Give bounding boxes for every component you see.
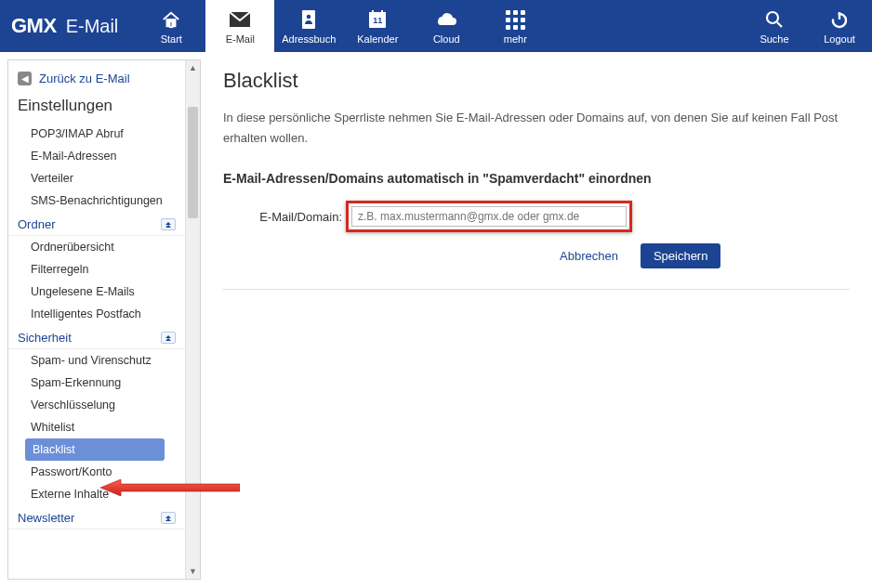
svg-rect-10	[381, 10, 383, 14]
sidebar-item-sms[interactable]: SMS-Benachrichtigungen	[8, 189, 185, 212]
svg-line-12	[777, 22, 782, 27]
collapse-icon	[161, 332, 176, 344]
calendar-day: 11	[367, 16, 388, 25]
mail-icon	[229, 7, 251, 32]
svg-point-11	[767, 12, 778, 23]
power-icon	[830, 7, 849, 32]
section-heading: E-Mail-Adressen/Domains automatisch in "…	[223, 171, 850, 186]
chevron-left-icon: ◀	[18, 72, 32, 85]
sidebar-item-filter[interactable]: Filterregeln	[8, 258, 185, 281]
sidebar-group-ordner[interactable]: Ordner	[8, 212, 185, 236]
input-highlight	[346, 201, 632, 232]
nav-right: Suche Logout	[742, 0, 872, 52]
sidebar-scrollbar[interactable]: ▲ ▼	[185, 60, 200, 579]
scroll-thumb[interactable]	[188, 107, 198, 218]
svg-rect-3	[300, 12, 302, 15]
email-domain-label: E-Mail/Domain:	[223, 210, 342, 224]
svg-rect-0	[170, 21, 173, 27]
cloud-icon	[434, 7, 458, 32]
back-label: Zurück zu E-Mail	[39, 72, 130, 85]
sidebar-item-spamdetect[interactable]: Spam-Erkennung	[8, 372, 185, 394]
nav-calendar[interactable]: 11 Kalender	[343, 0, 412, 52]
page-title: Blacklist	[223, 69, 850, 93]
sidebar-item-unread[interactable]: Ungelesene E-Mails	[8, 281, 185, 303]
sidebar-item-overview[interactable]: Ordnerübersicht	[8, 236, 185, 258]
nav-label: E-Mail	[226, 33, 255, 45]
save-button[interactable]: Speichern	[641, 243, 721, 268]
svg-rect-5	[300, 21, 302, 24]
svg-marker-15	[100, 479, 240, 496]
addressbook-icon	[298, 7, 319, 32]
collapse-icon	[161, 218, 176, 230]
nav-label: mehr	[504, 33, 527, 45]
form-actions: Abbrechen Speichern	[223, 243, 850, 268]
sidebar-item-pop3[interactable]: POP3/IMAP Abruf	[8, 123, 185, 145]
sidebar-group-newsletter[interactable]: Newsletter	[8, 505, 185, 529]
main-panel: Blacklist In diese persönliche Sperrlist…	[201, 52, 872, 588]
nav-label: Kalender	[357, 33, 398, 45]
group-label: Sicherheit	[18, 331, 72, 345]
nav-label: Adressbuch	[282, 33, 336, 45]
group-label: Ordner	[18, 217, 55, 231]
sidebar-item-addresses[interactable]: E-Mail-Adressen	[8, 145, 185, 167]
email-domain-input[interactable]	[351, 206, 627, 227]
cancel-button[interactable]: Abbrechen	[560, 249, 618, 263]
brand: GMX E-Mail	[0, 14, 133, 38]
search-icon	[765, 7, 784, 32]
nav-label: Suche	[760, 33, 788, 45]
nav-start[interactable]: Start	[137, 0, 205, 52]
brand-product: E-Mail	[66, 16, 119, 37]
sidebar-item-spamvirus[interactable]: Spam- und Virenschutz	[8, 349, 185, 372]
divider	[223, 289, 850, 290]
sidebar-title: Einstellungen	[8, 91, 185, 123]
sidebar-group-security[interactable]: Sicherheit	[8, 325, 185, 349]
sidebar-item-encrypt[interactable]: Verschlüsselung	[8, 394, 185, 416]
top-nav: GMX E-Mail Start E-Mail Adressbuch 11	[0, 0, 872, 52]
nav-email[interactable]: E-Mail	[205, 0, 274, 52]
page-description: In diese persönliche Sperrliste nehmen S…	[223, 108, 850, 149]
nav-label: Logout	[824, 33, 855, 45]
email-domain-row: E-Mail/Domain:	[223, 201, 850, 232]
nav-addressbook[interactable]: Adressbuch	[274, 0, 343, 52]
nav-search[interactable]: Suche	[742, 0, 807, 52]
sidebar-item-whitelist[interactable]: Whitelist	[8, 416, 185, 438]
more-icon	[506, 7, 525, 32]
svg-rect-4	[300, 17, 302, 20]
brand-logo: GMX	[11, 14, 57, 38]
scroll-down-icon[interactable]: ▼	[186, 564, 200, 579]
nav-logout[interactable]: Logout	[807, 0, 872, 52]
nav-label: Cloud	[433, 33, 460, 45]
svg-point-6	[307, 15, 311, 20]
home-icon	[161, 7, 181, 32]
nav-more[interactable]: mehr	[481, 0, 549, 52]
sidebar-item-verteiler[interactable]: Verteiler	[8, 167, 185, 189]
svg-rect-9	[372, 10, 374, 14]
scroll-up-icon[interactable]: ▲	[186, 60, 200, 75]
settings-sidebar: ◀ Zurück zu E-Mail Einstellungen POP3/IM…	[7, 59, 201, 580]
group-label: Newsletter	[18, 511, 74, 525]
sidebar-item-blacklist[interactable]: Blacklist	[25, 438, 165, 461]
annotation-arrow-icon	[100, 479, 240, 496]
back-to-email-link[interactable]: ◀ Zurück zu E-Mail	[8, 66, 185, 91]
collapse-icon	[161, 512, 176, 524]
nav-items: Start E-Mail Adressbuch 11 Kalender	[137, 0, 549, 52]
nav-label: Start	[161, 33, 182, 45]
svg-rect-2	[302, 10, 315, 29]
nav-cloud[interactable]: Cloud	[412, 0, 481, 52]
sidebar-item-smart[interactable]: Intelligentes Postfach	[8, 303, 185, 325]
calendar-icon: 11	[367, 7, 388, 32]
